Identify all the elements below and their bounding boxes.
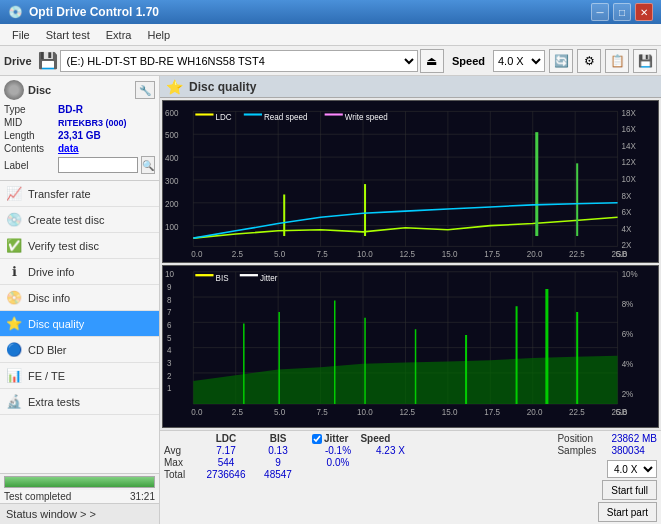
svg-rect-50 (195, 113, 213, 115)
svg-text:5.0: 5.0 (274, 407, 285, 418)
label-input[interactable] (58, 157, 138, 173)
sidebar-item-drive-info[interactable]: ℹ Drive info (0, 259, 159, 285)
svg-text:7.5: 7.5 (317, 250, 329, 259)
svg-text:17.5: 17.5 (484, 250, 500, 259)
type-field-label: Type (4, 104, 56, 115)
save-button[interactable]: 💾 (633, 49, 657, 73)
title-bar-controls: ─ □ ✕ (591, 3, 653, 21)
chart-header: ⭐ Disc quality (160, 76, 661, 98)
svg-text:500: 500 (165, 131, 179, 140)
svg-text:5: 5 (167, 332, 172, 343)
sidebar-item-disc-info[interactable]: 📀 Disc info (0, 285, 159, 311)
refresh-button[interactable]: 🔄 (549, 49, 573, 73)
copy-button[interactable]: 📋 (605, 49, 629, 73)
svg-text:5.0: 5.0 (274, 250, 286, 259)
contents-value[interactable]: data (58, 143, 79, 154)
svg-text:400: 400 (165, 154, 179, 163)
samples-label: Samples (557, 445, 607, 456)
progress-bar-container (0, 474, 159, 490)
status-window-button[interactable]: Status window > > (0, 503, 159, 524)
chart-icon: ⭐ (166, 79, 183, 95)
settings-button[interactable]: ⚙ (577, 49, 601, 73)
menu-file[interactable]: File (4, 27, 38, 43)
restore-button[interactable]: □ (613, 3, 631, 21)
close-button[interactable]: ✕ (635, 3, 653, 21)
menu-start-test[interactable]: Start test (38, 27, 98, 43)
sidebar-item-verify-test-disc[interactable]: ✅ Verify test disc (0, 233, 159, 259)
app-title: Opti Drive Control 1.70 (29, 5, 159, 19)
length-value: 23,31 GB (58, 130, 101, 141)
svg-text:20.0: 20.0 (527, 407, 543, 418)
drive-icon: 💾 (38, 51, 58, 70)
svg-text:8X: 8X (622, 192, 632, 201)
max-bis: 9 (256, 457, 300, 468)
menu-extra[interactable]: Extra (98, 27, 140, 43)
stats-grid: X LDC BIS Jitter Speed Avg 7.17 0.13 -0 (164, 433, 549, 480)
svg-text:10%: 10% (622, 269, 638, 280)
svg-text:GB: GB (616, 407, 628, 418)
start-full-button[interactable]: Start full (602, 480, 657, 500)
speed-select[interactable]: 4.0 X (493, 50, 545, 72)
cd-bler-icon: 🔵 (6, 342, 22, 358)
total-ldc: 2736646 (200, 469, 252, 480)
svg-text:200: 200 (165, 200, 179, 209)
svg-text:15.0: 15.0 (442, 250, 458, 259)
jitter-checkbox[interactable] (312, 434, 322, 444)
sidebar-item-extra-tests[interactable]: 🔬 Extra tests (0, 389, 159, 415)
svg-text:8%: 8% (622, 299, 634, 310)
disc-section-label: Disc (28, 84, 51, 96)
menu-help[interactable]: Help (139, 27, 178, 43)
drive-select[interactable]: (E:) HL-DT-ST BD-RE WH16NS58 TST4 (60, 50, 418, 72)
avg-bis: 0.13 (256, 445, 300, 456)
svg-text:12.5: 12.5 (399, 407, 415, 418)
disc-quality-label: Disc quality (28, 318, 84, 330)
disc-edit-button[interactable]: 🔧 (135, 81, 155, 99)
jitter-header: Jitter (324, 433, 348, 444)
verify-test-disc-icon: ✅ (6, 238, 22, 254)
svg-rect-113 (240, 274, 258, 276)
svg-rect-0 (163, 101, 658, 262)
sidebar-item-cd-bler[interactable]: 🔵 CD Bler (0, 337, 159, 363)
svg-text:Write speed: Write speed (345, 113, 388, 122)
disc-quality-icon: ⭐ (6, 316, 22, 332)
svg-text:14X: 14X (622, 142, 637, 151)
speed-label: Speed (452, 55, 485, 67)
svg-rect-54 (325, 113, 343, 115)
create-test-disc-icon: 💿 (6, 212, 22, 228)
svg-rect-52 (244, 113, 262, 115)
label-field-label: Label (4, 160, 56, 171)
minimize-button[interactable]: ─ (591, 3, 609, 21)
top-chart: 600 500 400 300 200 100 18X 16X 14X 12X … (162, 100, 659, 263)
sidebar-item-disc-quality[interactable]: ⭐ Disc quality (0, 311, 159, 337)
svg-text:Read speed: Read speed (264, 113, 308, 122)
svg-text:10.0: 10.0 (357, 250, 373, 259)
svg-text:0.0: 0.0 (191, 250, 203, 259)
svg-text:15.0: 15.0 (442, 407, 458, 418)
drive-info-label: Drive info (28, 266, 74, 278)
avg-label: Avg (164, 445, 196, 456)
start-part-button[interactable]: Start part (598, 502, 657, 522)
svg-text:7.5: 7.5 (317, 407, 328, 418)
status-window-label: Status window > > (6, 508, 96, 520)
svg-text:100: 100 (165, 223, 179, 232)
eject-button[interactable]: ⏏ (420, 49, 444, 73)
label-browse-button[interactable]: 🔍 (141, 156, 155, 174)
content-area: ⭐ Disc quality (160, 76, 661, 524)
svg-text:10.0: 10.0 (357, 407, 373, 418)
svg-text:3: 3 (167, 358, 172, 369)
ldc-header: LDC (200, 433, 252, 444)
svg-text:22.5: 22.5 (569, 407, 585, 418)
drive-label: Drive (4, 55, 32, 67)
mid-value: RITEKBR3 (000) (58, 118, 127, 128)
sidebar-item-transfer-rate[interactable]: 📈 Transfer rate (0, 181, 159, 207)
stats-speed-select[interactable]: 4.0 X (607, 460, 657, 478)
svg-text:0.0: 0.0 (191, 407, 202, 418)
max-ldc: 544 (200, 457, 252, 468)
disc-info-label: Disc info (28, 292, 70, 304)
length-field-label: Length (4, 130, 56, 141)
avg-speed: 4.23 X (376, 445, 405, 456)
title-bar-left: 💿 Opti Drive Control 1.70 (8, 5, 159, 19)
sidebar-item-fe-te[interactable]: 📊 FE / TE (0, 363, 159, 389)
sidebar-item-create-test-disc[interactable]: 💿 Create test disc (0, 207, 159, 233)
fe-te-label: FE / TE (28, 370, 65, 382)
